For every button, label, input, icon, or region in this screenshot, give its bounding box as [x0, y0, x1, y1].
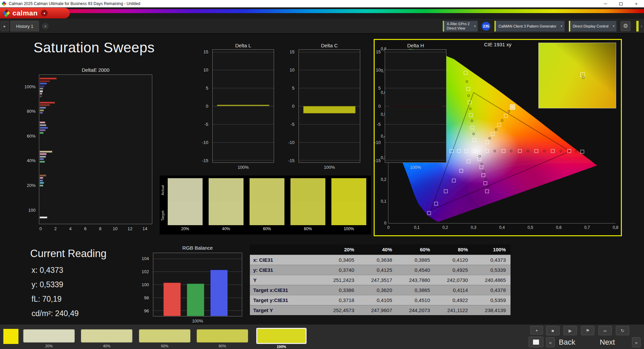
target-swatch — [250, 202, 284, 225]
cie-measured-marker — [466, 81, 468, 83]
cie-measured-marker — [478, 155, 481, 157]
cie-measured-marker — [527, 150, 529, 152]
swatch-step-label: 20% — [168, 227, 203, 231]
table-cell: 0,4925 — [435, 265, 473, 275]
pattern-swatch-20%[interactable] — [23, 329, 75, 343]
tab-history-1[interactable]: History 1 — [10, 21, 39, 32]
close-button[interactable]: × — [629, 0, 644, 7]
table-row-label: y: CIE31 — [250, 265, 321, 275]
cie-measured-marker — [559, 150, 562, 152]
add-tab-button[interactable]: + — [42, 23, 49, 30]
pattern-swatch-60%[interactable] — [139, 329, 191, 343]
axis-tick-label: 15 — [278, 49, 294, 54]
logo-menu-button[interactable]: ▾ — [41, 10, 48, 16]
table-row-label: x: CIE31 — [250, 255, 321, 265]
chevron-down-icon: ▾ — [44, 11, 45, 15]
gridline — [385, 52, 446, 52]
back-chevron-button[interactable]: « — [546, 337, 555, 347]
table-cell: 247,9607 — [359, 305, 397, 315]
axis-tick-label: 60% — [19, 133, 36, 138]
deltae-bar — [40, 80, 50, 82]
axis-tick-label: 80% — [19, 109, 36, 114]
stop-button[interactable]: ■ — [546, 326, 559, 335]
cie-target-marker — [472, 138, 476, 142]
cie-target-marker — [466, 87, 470, 91]
delta-c-chart — [299, 49, 360, 163]
table-row: x: CIE310,34050,36380,38850,41200,4373 — [250, 255, 511, 265]
next-chevron-button[interactable]: » — [632, 337, 641, 347]
delta-h-chart-title: Delta H — [385, 43, 446, 48]
settings-gear-button[interactable]: ⚙ — [621, 21, 631, 31]
title-bar: Calman 2025 Calman Ultimate for Business… — [0, 0, 644, 7]
table-cell: 0,4373 — [473, 255, 511, 265]
pattern-generator-dropdown[interactable]: CalMAN Client 3 Pattern Generator ▾ — [494, 20, 565, 32]
continuous-button[interactable]: ∞ — [598, 326, 612, 335]
compare-swatch-100% — [331, 178, 366, 225]
actual-swatch — [250, 178, 284, 202]
cie-measured-marker — [494, 150, 496, 152]
cie-target-marker — [444, 190, 447, 193]
pattern-preview-button[interactable] — [529, 337, 543, 347]
display-control-dropdown[interactable]: Direct Display Control ▾ — [569, 20, 617, 32]
tab-scroll-button[interactable]: ▸ — [1, 21, 9, 31]
table-column-header: 60% — [397, 244, 435, 255]
table-cell: 0,4120 — [435, 255, 473, 265]
table-header-row: 20%40%60%80%100% — [250, 244, 511, 255]
next-button[interactable]: Next — [600, 337, 615, 347]
meter-dropdown[interactable]: X-Rite i1Pro 2 Direct View ▾ — [442, 20, 478, 32]
collapsed-panel-handle[interactable] — [636, 21, 639, 32]
table-cell: 0,4540 — [397, 265, 435, 275]
cie-target-marker — [491, 132, 495, 136]
deltae-bar — [40, 129, 46, 131]
gridline — [213, 52, 274, 52]
cie-measured-marker — [507, 110, 510, 113]
minimize-button[interactable] — [598, 0, 613, 7]
play-button[interactable]: ▶ — [564, 326, 577, 335]
pattern-window-collapse-button[interactable]: ▲ — [530, 326, 543, 335]
table-cell: 0,3386 — [321, 285, 359, 295]
deltae-bar — [40, 156, 46, 158]
table-cell: 0,3740 — [321, 265, 359, 275]
axis-tick-label: -5 — [365, 122, 381, 127]
page-title: Saturation Sweeps — [34, 40, 155, 56]
calman-logo[interactable]: calman ▾ — [0, 8, 70, 18]
table-corner-cell — [250, 244, 321, 255]
pattern-generator-label: CalMAN Client 3 Pattern Generator — [498, 24, 556, 28]
cie-measured-marker — [472, 133, 475, 135]
delta-c-chart-title: Delta C — [299, 43, 360, 48]
green-balance-bar — [187, 284, 204, 316]
axis-tick-label: 100 — [133, 282, 149, 287]
repeat-button[interactable]: ↻ — [616, 326, 629, 335]
maximize-button[interactable] — [613, 0, 629, 7]
meter-accent — [443, 21, 444, 32]
blue-balance-bar — [210, 270, 228, 316]
table-row: Target y:CIE310,37180,41050,45100,49220,… — [250, 295, 511, 305]
back-button[interactable]: Back — [559, 337, 575, 347]
pattern-swatch-40%[interactable] — [81, 329, 132, 343]
axis-tick-label: 0,1 — [414, 225, 420, 230]
cie-target-marker — [464, 71, 468, 75]
axis-tick-label: 6 — [84, 226, 87, 231]
meter-status-badge[interactable]: 235 — [482, 22, 490, 31]
cie-target-marker — [427, 211, 431, 215]
gridline — [385, 88, 446, 88]
cie-target-marker — [504, 114, 507, 118]
axis-tick-label: 0,4 — [499, 225, 505, 230]
axis-tick-label: 0,2 — [376, 177, 386, 182]
axis-tick-label: 100% — [19, 84, 36, 89]
deltae-bar — [40, 185, 43, 187]
cie-target-marker — [468, 100, 472, 104]
pattern-swatch-100%[interactable] — [256, 328, 307, 344]
calman-wordmark: calman — [12, 9, 38, 17]
red-balance-bar — [163, 283, 181, 316]
deltae-bar — [40, 182, 44, 184]
flag-button[interactable]: ⚑ — [581, 326, 594, 335]
panel-expand-button[interactable]: › — [639, 20, 644, 32]
axis-tick-label: 96 — [133, 308, 149, 313]
cie-measured-marker — [469, 108, 471, 110]
axis-tick-label: 0 — [376, 221, 386, 226]
pattern-swatch-label: 80% — [197, 344, 248, 348]
pattern-swatch-80%[interactable] — [197, 329, 248, 343]
delta-c-y-axis: 151050-5-10-15 — [280, 49, 297, 163]
pattern-swatch-label: 40% — [81, 344, 132, 348]
